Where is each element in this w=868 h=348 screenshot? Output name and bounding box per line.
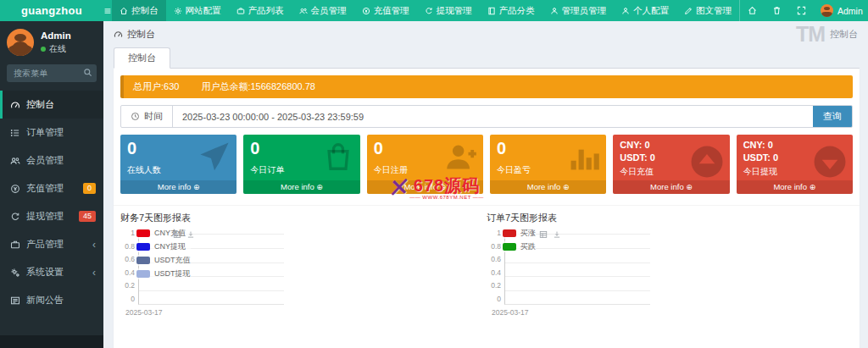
legend-item[interactable]: CNY提现 — [136, 241, 191, 252]
arrow-circle-icon: ⊕ — [440, 180, 447, 194]
sidebar-toggle-button[interactable] — [103, 0, 112, 21]
stat-label: 今日订单 — [250, 164, 353, 176]
nav-item-profile[interactable]: 个人配置 — [614, 0, 676, 21]
stat-value: 0 — [127, 139, 230, 158]
usdt-amount: USDT: 0 — [743, 152, 846, 164]
nav-item-product-category[interactable]: 产品分类 — [480, 0, 542, 21]
sidebar-username: Admin — [41, 30, 71, 41]
more-info-link[interactable]: More info ⊕ — [490, 180, 606, 194]
chart-title: 订单7天图形报表 — [487, 212, 853, 224]
book-icon — [487, 7, 496, 15]
coin-icon — [362, 7, 370, 15]
stat-box-orders-today: 0 今日订单 More info ⊕ — [243, 135, 359, 194]
nav-item-articles[interactable]: 图文管理 — [676, 0, 740, 21]
nav-item-dashboard[interactable]: 控制台 — [112, 0, 166, 21]
navbar-right-controls: Admin — [740, 0, 868, 21]
breadcrumb[interactable]: 控制台 — [114, 28, 155, 41]
edit-icon — [684, 7, 693, 15]
legend-item[interactable]: 买跌 — [503, 241, 536, 252]
briefcase-icon — [10, 240, 20, 250]
arrow-circle-icon: ⊕ — [686, 180, 693, 194]
sidebar-item-members[interactable]: 会员管理 — [0, 146, 103, 174]
sidebar-item-orders[interactable]: 订单管理 — [0, 119, 103, 146]
chart-legend: 买涨 买跌 — [503, 228, 536, 252]
recharge-badge: 0 — [83, 183, 96, 194]
nav-item-recharge[interactable]: 充值管理 — [354, 0, 417, 21]
stat-box-profit-today: 0 今日盈亏 More info ⊕ — [490, 135, 606, 194]
nav-item-site-config[interactable]: 网站配置 — [166, 0, 229, 21]
avatar — [821, 4, 833, 17]
sidebar-item-news[interactable]: 新闻公告 — [0, 286, 103, 314]
total-balance: 用户总余额:1566826800.78 — [201, 80, 315, 93]
legend-item[interactable]: USDT提现 — [136, 268, 191, 279]
brand-logo[interactable]: guangzhou — [0, 0, 103, 21]
legend-swatch — [503, 229, 516, 237]
more-info-link[interactable]: More info ⊕ — [737, 180, 853, 194]
nav-item-product-list[interactable]: 产品列表 — [229, 0, 292, 21]
download-icon[interactable] — [186, 230, 195, 239]
download-icon[interactable] — [553, 230, 561, 239]
divider — [114, 205, 860, 206]
gears-icon — [10, 268, 20, 278]
totals-alert: 总用户:630 用户总余额:1566826800.78 — [120, 75, 853, 98]
sidebar-user-panel: Admin 在线 — [0, 21, 103, 62]
search-icon[interactable] — [83, 68, 92, 77]
chart-plot-area: 买涨 买跌 10.80.60.40.20 2025-03-17 — [487, 227, 853, 318]
orders-chart: 订单7天图形报表 买涨 买跌 10.80.60.40.20 2025-03-17 — [487, 212, 853, 318]
more-info-link[interactable]: More info ⊕ — [120, 180, 236, 194]
stat-label: 在线人数 — [127, 164, 230, 176]
user-icon — [621, 7, 630, 15]
stat-label: 今日盈亏 — [497, 164, 599, 176]
clear-cache-button[interactable] — [765, 0, 789, 21]
x-axis-label: 2025-03-17 — [125, 308, 162, 317]
data-view-icon[interactable] — [539, 230, 548, 239]
more-info-link[interactable]: More info ⊕ — [367, 180, 483, 194]
home-button[interactable] — [740, 0, 765, 21]
sidebar-item-settings[interactable]: 系统设置 ‹ — [0, 258, 103, 286]
legend-swatch — [136, 229, 150, 237]
time-filter: 时间 2025-03-23 00:00:00 - 2025-03-23 23:5… — [120, 105, 853, 128]
sidebar-item-products[interactable]: 产品管理 ‹ — [0, 230, 103, 258]
chevron-left-icon: ‹ — [92, 268, 96, 278]
online-status: 在线 — [41, 43, 71, 55]
stat-box-registered-today: 0 今日注册 More info ⊕ — [367, 135, 483, 194]
tab-dashboard[interactable]: 控制台 — [114, 47, 170, 69]
chart-plot-area: CNY充值 CNY提现 USDT充值 USDT提现 10.80.60.40.20… — [120, 227, 487, 318]
nav-item-admin-manage[interactable]: 管理员管理 — [542, 0, 615, 21]
data-view-icon[interactable] — [173, 230, 181, 239]
stat-boxes: 0 在线人数 More info ⊕ 0 今日订单 More info ⊕ 0 … — [120, 135, 853, 194]
stat-label: 今日提现 — [743, 166, 846, 178]
newspaper-icon — [10, 296, 20, 306]
cny-amount: CNY: 0 — [620, 139, 722, 152]
trash-icon — [772, 6, 782, 15]
fullscreen-icon — [797, 6, 806, 15]
sidebar-item-dashboard[interactable]: 控制台 — [0, 91, 103, 119]
navbar-menu: 控制台 网站配置 产品列表 会员管理 充值管理 提现管理 产品分类 管理员管理 — [112, 0, 740, 21]
more-info-link[interactable]: More info ⊕ — [243, 180, 359, 194]
sidebar-item-withdraw[interactable]: 提现管理 45 — [0, 202, 103, 230]
home-icon — [120, 7, 128, 15]
hamburger-icon — [103, 7, 112, 15]
nav-item-members[interactable]: 会员管理 — [292, 0, 354, 21]
user-menu[interactable]: Admin — [814, 4, 868, 17]
date-range-input[interactable]: 2025-03-23 00:00:00 - 2025-03-23 23:59:5… — [173, 106, 813, 127]
top-navbar: guangzhou 控制台 网站配置 产品列表 会员管理 充值管理 提现管理 — [0, 0, 868, 21]
legend-item[interactable]: 买涨 — [503, 228, 536, 239]
list-icon — [10, 128, 20, 138]
arrow-circle-icon: ⊕ — [810, 180, 816, 194]
sidebar: Admin 在线 控制台 订单管理 会员管理 充值管理 0 — [0, 21, 103, 348]
chart-toolbox — [539, 230, 561, 239]
avatar — [7, 29, 34, 56]
users-icon — [10, 156, 20, 166]
stat-box-online: 0 在线人数 More info ⊕ — [120, 135, 236, 194]
legend-item[interactable]: USDT充值 — [136, 255, 191, 266]
user-icon — [550, 7, 559, 15]
query-button[interactable]: 查询 — [813, 106, 852, 127]
refresh-icon — [425, 7, 433, 15]
legend-swatch — [136, 270, 150, 278]
nav-item-withdraw[interactable]: 提现管理 — [417, 0, 480, 21]
fullscreen-button[interactable] — [789, 0, 814, 21]
more-info-link[interactable]: More info ⊕ — [613, 180, 729, 194]
sidebar-item-recharge[interactable]: 充值管理 0 — [0, 174, 103, 202]
stat-value: 0 — [374, 139, 476, 158]
